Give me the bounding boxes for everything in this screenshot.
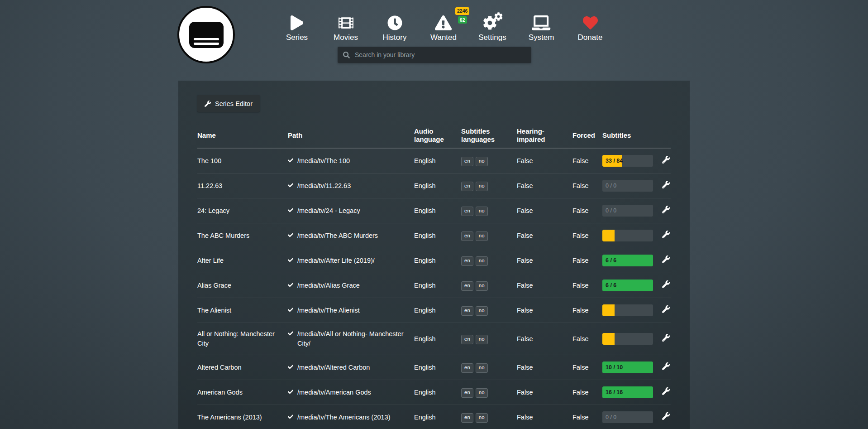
check-icon [288,414,293,419]
check-icon [288,183,293,188]
nav-item-movies[interactable]: Movies [321,10,370,42]
edit-series-button[interactable] [662,156,671,166]
search-input[interactable] [354,51,526,59]
subtitles-languages: enno [461,156,517,166]
subtitles-languages: enno [461,334,517,344]
audio-language: English [414,413,461,422]
forced-value: False [572,306,602,315]
series-name-link[interactable]: American Gods [197,388,288,397]
series-path-text: /media/tv/American Gods [297,388,371,397]
nav-item-series[interactable]: Series [272,10,321,42]
table-row: American Gods/media/tv/American GodsEngl… [197,380,671,405]
bazarr-app: SeriesMoviesHistory224662WantedSettingsS… [0,0,868,429]
edit-series-button[interactable] [662,412,671,423]
language-badge: en [461,335,473,344]
subtitles-progress-cell: 10 / 10 [602,362,662,373]
series-editor-button[interactable]: Series Editor [197,95,260,112]
progress-label: 0 / 0 [606,182,616,190]
language-badge: no [476,363,488,373]
nav-item-wanted[interactable]: 224662Wanted [419,10,468,42]
table-row: Alias Grace/media/tv/Alias GraceEnglishe… [197,273,671,298]
check-icon [288,257,293,263]
forced-value: False [572,156,602,166]
audio-language: English [414,206,461,216]
subtitles-progress-cell: 16 / 16 [602,386,662,398]
series-path: /media/tv/After Life (2019)/ [288,256,414,265]
subtitles-progress-bar: 16 / 16 [602,386,653,398]
language-badge: no [476,306,488,316]
edit-series-button[interactable] [662,181,671,191]
nav-item-label: System [529,33,554,42]
language-badge: no [476,182,488,191]
series-table: Name Path Audio language Subtitles langu… [197,127,671,429]
series-name-link[interactable]: Altered Carbon [197,363,288,372]
table-row: 11.22.63/media/tv/11.22.63EnglishennoFal… [197,174,671,198]
subtitles-progress-bar: 0 / 0 [602,180,653,192]
table-row: The Alienist/media/tv/The AlienistEnglis… [197,298,671,323]
edit-series-button[interactable] [662,231,671,241]
edit-series-button[interactable] [662,305,671,316]
forced-value: False [572,231,602,241]
series-editor-label: Series Editor [215,100,253,107]
wrench-icon [662,362,670,373]
language-badge: no [476,231,488,241]
series-path: /media/tv/The 100 [288,156,414,166]
language-badge: no [476,413,488,423]
series-name-link[interactable]: The 100 [197,156,288,166]
series-path: /media/tv/American Gods [288,388,414,397]
audio-language: English [414,363,461,372]
wrench-icon [662,156,670,166]
edit-series-button[interactable] [662,255,671,266]
wrench-icon [662,334,670,344]
edit-series-button[interactable] [662,280,671,291]
series-name-link[interactable]: After Life [197,256,288,265]
series-name-link[interactable]: 11.22.63 [197,181,288,191]
edit-series-button[interactable] [662,206,671,216]
language-badge: en [461,182,473,191]
series-path: /media/tv/The Americans (2013) [288,413,414,422]
nav-item-donate[interactable]: Donate [566,10,615,42]
laptop-icon [532,14,550,32]
edit-series-button[interactable] [662,362,671,373]
language-badge: no [476,207,488,216]
subtitles-languages: enno [461,280,517,291]
hearing-impaired-value: False [517,156,572,166]
subtitles-languages: enno [461,255,517,266]
subtitles-progress-cell: 0 / 0 [602,180,662,192]
wrench-icon [662,231,670,241]
wrench-icon [662,181,670,191]
series-name-link[interactable]: The ABC Murders [197,231,288,241]
language-badge: no [476,335,488,344]
subtitles-progress-bar: 10 / 10 [602,362,653,373]
series-path-text: /media/tv/After Life (2019)/ [297,256,375,265]
edit-series-button[interactable] [662,334,671,344]
wrench-icon [662,206,670,216]
audio-language: English [414,306,461,315]
check-icon [288,389,293,395]
clock-icon [387,14,402,32]
nav-item-history[interactable]: History [370,10,419,42]
progress-label: 0 / 0 [606,207,616,215]
nav-item-settings[interactable]: Settings [468,10,517,42]
edit-series-button[interactable] [662,387,671,398]
app-logo[interactable] [177,6,235,63]
wanted-movies-badge: 62 [458,16,467,24]
series-name-link[interactable]: All or Nothing: Manchester City [197,329,288,348]
nav-item-system[interactable]: System [517,10,566,42]
language-badge: en [461,388,473,398]
audio-language: English [414,334,461,344]
series-name-link[interactable]: Alias Grace [197,281,288,290]
subtitles-languages: enno [461,387,517,398]
hearing-impaired-value: False [517,181,572,191]
subtitles-languages: enno [461,231,517,241]
series-path-text: /media/tv/The Alienist [297,306,360,315]
series-name-link[interactable]: 24: Legacy [197,206,288,216]
series-name-link[interactable]: The Alienist [197,306,288,315]
series-path-text: /media/tv/All or Nothing- Manchester Cit… [297,329,408,348]
subtitles-progress-cell [602,230,662,241]
main-nav: SeriesMoviesHistory224662WantedSettingsS… [272,10,615,42]
series-name-link[interactable]: The Americans (2013) [197,413,288,422]
check-icon [288,364,293,370]
nav-item-label: History [383,33,407,42]
top-navbar: SeriesMoviesHistory224662WantedSettingsS… [0,0,868,81]
